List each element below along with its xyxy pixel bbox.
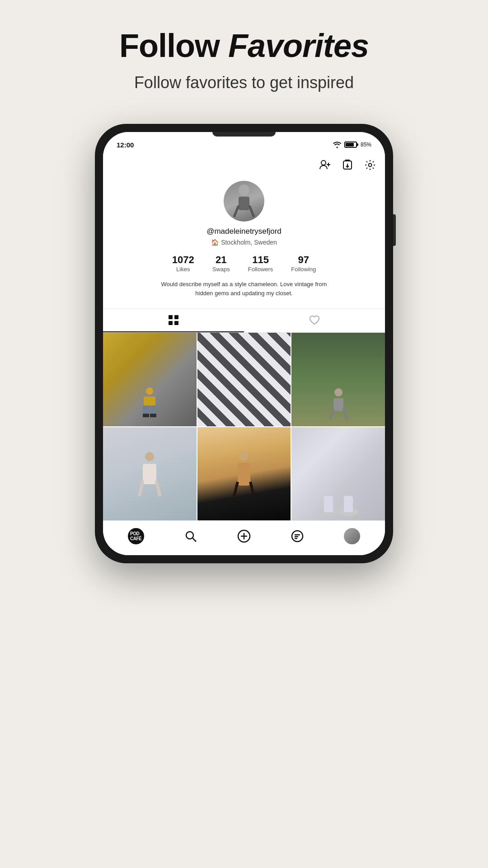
photo-cell-2[interactable] <box>197 333 291 426</box>
photo-cell-3[interactable] <box>291 333 385 426</box>
svg-rect-18 <box>150 414 156 417</box>
svg-rect-11 <box>169 321 173 325</box>
add-user-icon[interactable] <box>319 159 331 174</box>
add-icon <box>237 529 251 543</box>
tab-grid[interactable] <box>103 309 244 332</box>
phone-screen: 12:00 85% <box>103 132 385 555</box>
wifi-icon <box>333 141 342 148</box>
photo-shoes <box>316 491 361 519</box>
swaps-label: Swaps <box>212 266 230 273</box>
home-logo: PODCAFÉ <box>128 528 144 544</box>
nav-item-add[interactable] <box>232 528 256 545</box>
svg-rect-6 <box>239 197 249 210</box>
svg-point-35 <box>186 532 193 539</box>
photo-cell-6[interactable] <box>291 427 385 521</box>
share-icon[interactable] <box>342 159 353 174</box>
svg-rect-32 <box>324 496 333 512</box>
svg-rect-10 <box>174 315 178 319</box>
heart-icon <box>309 315 320 326</box>
photo-cell-4[interactable] <box>103 427 197 521</box>
svg-line-7 <box>234 206 239 217</box>
location-text: Stockholm, Sweden <box>221 239 277 246</box>
following-label: Following <box>291 266 316 273</box>
profile-avatar-nav <box>344 528 360 544</box>
avatar[interactable] <box>224 181 264 222</box>
nav-item-search[interactable] <box>179 528 202 544</box>
profile-header: @madeleinetrysefjord 🏠 Stockholm, Sweden… <box>112 181 376 304</box>
status-icons: 85% <box>333 141 371 148</box>
svg-line-26 <box>156 481 160 496</box>
svg-line-21 <box>330 408 333 420</box>
photo-cell-1[interactable] <box>103 333 197 426</box>
photo-person-4 <box>134 451 165 496</box>
svg-point-5 <box>239 184 249 195</box>
followers-label: Followers <box>248 266 273 273</box>
tab-liked[interactable] <box>244 309 385 332</box>
page-title: Follow Favorites <box>119 27 369 64</box>
stat-followers[interactable]: 115 Followers <box>248 254 273 273</box>
stats-row: 1072 Likes 21 Swaps 115 Followers 97 Fol… <box>112 254 376 273</box>
following-number: 97 <box>298 254 309 266</box>
toolbar-icons <box>112 159 376 174</box>
svg-rect-17 <box>143 414 149 417</box>
username: @madeleinetrysefjord <box>206 227 282 236</box>
phone-shell: 12:00 85% <box>95 124 393 563</box>
svg-line-36 <box>192 538 196 542</box>
location: 🏠 Stockholm, Sweden <box>211 239 277 246</box>
status-time: 12:00 <box>117 141 134 149</box>
svg-rect-16 <box>150 406 156 414</box>
svg-rect-28 <box>238 463 250 486</box>
svg-line-8 <box>249 206 254 217</box>
followers-number: 115 <box>252 254 269 266</box>
svg-point-23 <box>145 452 154 461</box>
likes-label: Likes <box>176 266 190 273</box>
profile-area: @madeleinetrysefjord 🏠 Stockholm, Sweden… <box>103 152 385 308</box>
svg-rect-9 <box>169 315 173 319</box>
nav-item-chat[interactable] <box>286 528 309 544</box>
page-subtitle: Follow favorites to get inspired <box>134 73 354 92</box>
svg-rect-12 <box>174 321 178 325</box>
svg-line-25 <box>139 481 143 496</box>
stat-likes[interactable]: 1072 Likes <box>172 254 194 273</box>
svg-line-30 <box>250 482 254 496</box>
likes-number: 1072 <box>172 254 194 266</box>
location-icon: 🏠 <box>211 239 219 246</box>
svg-point-13 <box>146 387 153 395</box>
svg-point-27 <box>240 453 248 461</box>
svg-line-22 <box>343 408 347 420</box>
avatar-image <box>224 181 264 222</box>
stat-following[interactable]: 97 Following <box>291 254 316 273</box>
search-icon <box>184 530 197 542</box>
battery-icon: 85% <box>344 142 371 148</box>
svg-point-19 <box>334 388 343 396</box>
chat-icon <box>291 530 304 542</box>
photo-person-5 <box>230 451 258 496</box>
nav-item-home[interactable]: PODCAFÉ <box>122 526 150 546</box>
stat-swaps[interactable]: 21 Swaps <box>212 254 230 273</box>
photo-grid <box>103 333 385 520</box>
svg-point-4 <box>369 164 372 167</box>
nav-item-profile[interactable] <box>338 526 366 546</box>
swaps-number: 21 <box>216 254 226 266</box>
svg-rect-24 <box>143 464 156 484</box>
bottom-nav: PODCAFÉ <box>103 520 385 555</box>
photo-person-3 <box>327 386 350 426</box>
svg-rect-14 <box>144 396 155 406</box>
svg-rect-20 <box>333 398 343 411</box>
svg-rect-15 <box>143 406 149 414</box>
svg-rect-34 <box>344 496 353 512</box>
settings-icon[interactable] <box>364 159 376 174</box>
status-bar: 12:00 85% <box>103 132 385 152</box>
grid-icon <box>168 314 179 326</box>
tab-bar <box>103 308 385 333</box>
bio-text: Would describe myself as a style chamele… <box>158 280 330 297</box>
svg-line-29 <box>234 482 238 496</box>
photo-cell-5[interactable] <box>197 427 291 521</box>
svg-point-0 <box>321 160 326 165</box>
photo-person-1 <box>138 387 161 423</box>
battery-percent: 85% <box>361 142 371 148</box>
